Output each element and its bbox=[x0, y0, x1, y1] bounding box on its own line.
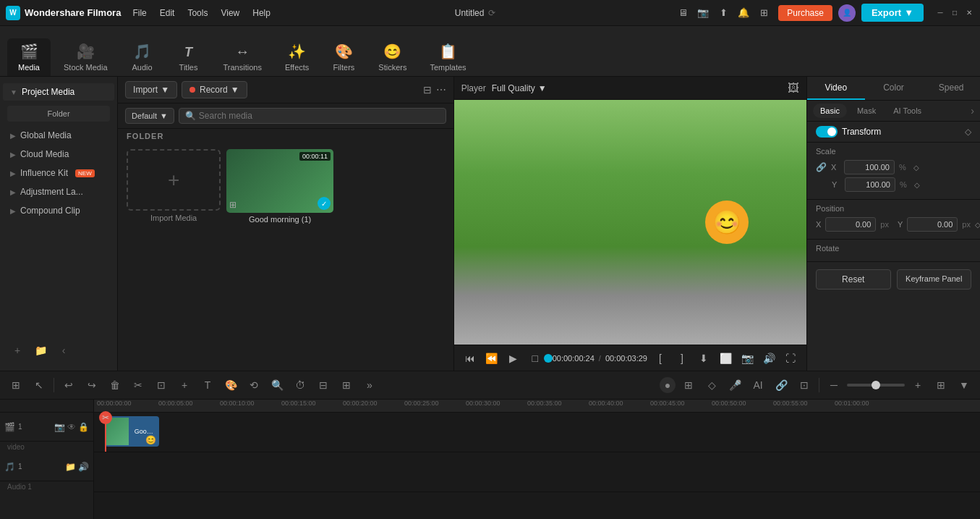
panel-subtab-basic[interactable]: Basic bbox=[813, 104, 847, 118]
tl-color-button[interactable]: 🎨 bbox=[221, 375, 241, 395]
audio-button[interactable]: 🔊 bbox=[760, 350, 777, 367]
import-media-item[interactable]: + Import Media bbox=[127, 149, 221, 224]
sidebar-add-button[interactable]: + bbox=[7, 340, 27, 360]
tl-cut-button[interactable]: ✂ bbox=[128, 375, 148, 395]
tl-zoom-out-clip-button[interactable]: ⊟ bbox=[313, 375, 333, 395]
tl-zoom-minus-button[interactable]: ─ bbox=[824, 375, 844, 395]
tl-pip-button[interactable]: ⊡ bbox=[794, 375, 814, 395]
purchase-button[interactable]: Purchase bbox=[778, 5, 832, 21]
insert-button[interactable]: ⬇ bbox=[695, 350, 712, 367]
menu-view[interactable]: View bbox=[215, 5, 245, 21]
quality-selector[interactable]: Full Quality ▼ bbox=[492, 83, 547, 93]
tab-stock-media[interactable]: 🎥 Stock Media bbox=[54, 38, 118, 76]
menu-tools[interactable]: Tools bbox=[182, 5, 213, 21]
subtab-next-arrow[interactable]: › bbox=[971, 105, 974, 117]
icon-monitor[interactable]: 🖥 bbox=[674, 4, 691, 22]
tl-ai-button[interactable]: AI bbox=[748, 375, 768, 395]
sidebar-item-cloud-media[interactable]: ▶ Cloud Media bbox=[3, 145, 114, 163]
icon-apps[interactable]: ⊞ bbox=[755, 4, 772, 22]
position-y-input[interactable] bbox=[907, 217, 958, 232]
preview-snapshot-icon[interactable]: 🖼 bbox=[788, 82, 799, 95]
folder-audio-icon[interactable]: 📁 bbox=[65, 462, 76, 472]
audio-vol-icon[interactable]: 🔊 bbox=[78, 462, 89, 472]
panel-subtab-mask[interactable]: Mask bbox=[850, 104, 883, 118]
icon-camera[interactable]: 📷 bbox=[694, 4, 712, 22]
sidebar-item-adjustment[interactable]: ▶ Adjustment La... bbox=[3, 183, 114, 201]
default-dropdown[interactable]: Default ▼ bbox=[125, 108, 174, 124]
tab-media[interactable]: 🎬 Media bbox=[7, 38, 51, 76]
tab-filters[interactable]: 🎨 Filters bbox=[322, 38, 365, 76]
eye-track-icon[interactable]: 👁 bbox=[67, 422, 76, 432]
media-video-item[interactable]: 00:00:11 ⊞ ✓ Good morning (1) bbox=[226, 149, 333, 224]
tab-effects[interactable]: ✨ Effects bbox=[275, 38, 319, 76]
icon-upload[interactable]: ⬆ bbox=[715, 4, 732, 22]
tl-add-track-button[interactable]: + bbox=[174, 375, 195, 395]
tl-mark-button[interactable]: ◇ bbox=[702, 375, 722, 395]
import-button[interactable]: Import ▼ bbox=[125, 81, 177, 98]
export-button[interactable]: Export ▼ bbox=[861, 4, 924, 22]
tl-snap-button[interactable]: ● bbox=[660, 377, 676, 393]
scale-lock-icon[interactable]: 🔗 bbox=[816, 162, 827, 172]
panel-tab-speed[interactable]: Speed bbox=[922, 77, 980, 100]
sidebar-item-global-media[interactable]: ▶ Global Media bbox=[3, 127, 114, 144]
tl-zoom-in-clip-button[interactable]: ⊞ bbox=[336, 375, 357, 395]
tl-redo-button[interactable]: ↪ bbox=[82, 375, 102, 395]
tl-delete-button[interactable]: 🗑 bbox=[105, 375, 125, 395]
mark-in-button[interactable]: [ bbox=[652, 350, 669, 367]
close-button[interactable]: ✕ bbox=[964, 8, 974, 18]
user-avatar[interactable]: 👤 bbox=[838, 4, 856, 22]
panel-tab-color[interactable]: Color bbox=[865, 77, 923, 100]
tl-zoom-plus-button[interactable]: + bbox=[908, 375, 928, 395]
tl-crop-button[interactable]: ⊡ bbox=[151, 375, 171, 395]
sidebar-item-project-media[interactable]: ▼ Project Media bbox=[3, 83, 114, 101]
tab-transitions[interactable]: ↔ Transitions bbox=[213, 39, 272, 76]
tab-stickers[interactable]: 😊 Stickers bbox=[368, 38, 417, 76]
scale-y-diamond[interactable]: ◇ bbox=[914, 181, 920, 189]
filter-icon[interactable]: ⊟ bbox=[423, 84, 432, 96]
search-input[interactable] bbox=[199, 111, 440, 121]
lock-track-icon[interactable]: 🔒 bbox=[78, 422, 89, 432]
sidebar-item-influence-kit[interactable]: ▶ Influence Kit NEW bbox=[3, 164, 114, 182]
position-diamond[interactable]: ◇ bbox=[975, 221, 980, 229]
frame-back-button[interactable]: ⏪ bbox=[483, 350, 500, 367]
panel-tab-video[interactable]: Video bbox=[807, 77, 865, 100]
reset-button[interactable]: Reset bbox=[816, 269, 891, 290]
fullscreen-button[interactable]: ⛶ bbox=[782, 350, 799, 367]
timeline-clip[interactable]: Good ... 😊 bbox=[105, 416, 159, 447]
sidebar-collapse-button[interactable]: ‹ bbox=[54, 340, 74, 360]
transform-reset-diamond[interactable]: ◇ bbox=[965, 127, 971, 137]
transform-toggle[interactable] bbox=[816, 126, 838, 138]
tl-undo-button[interactable]: ↩ bbox=[59, 375, 79, 395]
sidebar-folder-item[interactable]: Folder bbox=[7, 106, 110, 122]
maximize-button[interactable]: □ bbox=[950, 8, 960, 18]
import-media-box[interactable]: + bbox=[127, 149, 221, 211]
scale-y-input[interactable] bbox=[845, 177, 895, 192]
scale-x-input[interactable] bbox=[844, 160, 895, 174]
tl-audio-button[interactable]: 🎤 bbox=[725, 375, 745, 395]
tl-time-button[interactable]: ⏱ bbox=[290, 375, 310, 395]
tab-templates[interactable]: 📋 Templates bbox=[419, 38, 476, 76]
menu-file[interactable]: File bbox=[127, 5, 152, 21]
icon-bell[interactable]: 🔔 bbox=[735, 4, 752, 22]
tl-grid-snap-button[interactable]: ⊞ bbox=[678, 375, 699, 395]
scale-x-diamond[interactable]: ◇ bbox=[913, 164, 919, 172]
tl-layout-button[interactable]: ⊞ bbox=[931, 375, 951, 395]
skip-back-button[interactable]: ⏮ bbox=[461, 350, 479, 367]
play-button[interactable]: ▶ bbox=[505, 350, 522, 367]
panel-subtab-aitools[interactable]: AI Tools bbox=[886, 104, 929, 118]
mark-out-button[interactable]: ] bbox=[673, 350, 691, 367]
keyframe-panel-button[interactable]: Keyframe Panel bbox=[897, 269, 972, 290]
sidebar-folder-button[interactable]: 📁 bbox=[30, 340, 51, 360]
tl-layout-dropdown[interactable]: ▼ bbox=[954, 375, 974, 395]
sidebar-item-compound-clip[interactable]: ▶ Compound Clip bbox=[3, 202, 114, 219]
tl-link-button[interactable]: 🔗 bbox=[771, 375, 791, 395]
more-options-icon[interactable]: ⋯ bbox=[436, 84, 446, 96]
position-x-input[interactable] bbox=[825, 217, 876, 232]
tl-zoom-in2-button[interactable]: 🔍 bbox=[267, 375, 287, 395]
tl-transform-button[interactable]: ⟲ bbox=[244, 375, 264, 395]
snapshot-button[interactable]: 📷 bbox=[738, 350, 756, 367]
zoom-slider[interactable] bbox=[847, 384, 905, 387]
tab-audio[interactable]: 🎵 Audio bbox=[121, 38, 164, 76]
record-button[interactable]: Record ▼ bbox=[182, 81, 247, 98]
tl-select-icon[interactable]: ↖ bbox=[29, 375, 49, 395]
